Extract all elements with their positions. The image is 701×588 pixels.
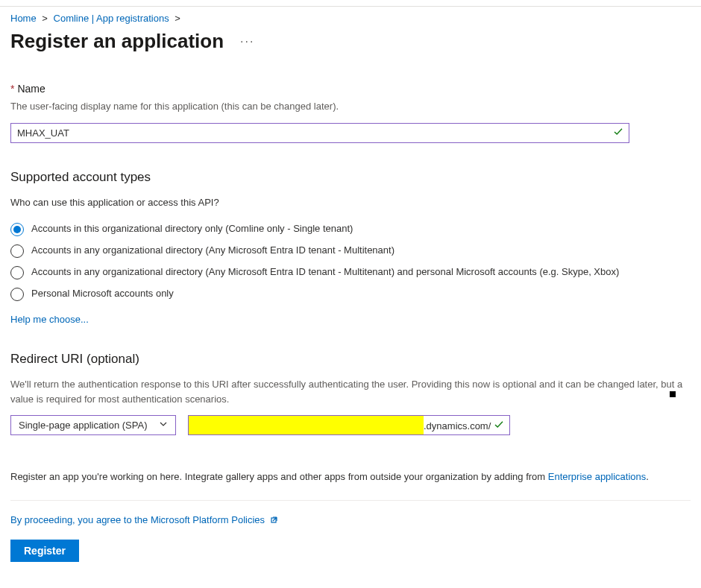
account-types-question: Who can use this application or access t… bbox=[10, 195, 691, 210]
radio-label: Personal Microsoft accounts only bbox=[31, 287, 174, 300]
platform-policies-link[interactable]: Microsoft Platform Policies bbox=[151, 514, 265, 525]
radio-label: Accounts in any organizational directory… bbox=[31, 244, 394, 257]
more-actions-icon[interactable]: ··· bbox=[236, 34, 259, 50]
name-input[interactable] bbox=[10, 123, 629, 143]
help-me-choose-link[interactable]: Help me choose... bbox=[10, 314, 89, 325]
redirect-uri-heading: Redirect URI (optional) bbox=[10, 352, 691, 367]
chevron-down-icon bbox=[159, 420, 168, 431]
redirect-uri-input[interactable] bbox=[188, 415, 510, 435]
breadcrumb-home[interactable]: Home bbox=[10, 13, 37, 24]
resize-handle-icon bbox=[670, 391, 676, 397]
name-label: *Name bbox=[10, 83, 691, 95]
platform-select[interactable]: Single-page application (SPA) bbox=[10, 415, 176, 435]
redirect-uri-help: We'll return the authentication response… bbox=[10, 377, 691, 406]
chevron-right-icon: > bbox=[39, 13, 51, 24]
radio-label: Accounts in this organizational director… bbox=[31, 222, 353, 235]
name-help-text: The user-facing display name for this ap… bbox=[10, 99, 691, 114]
account-types-radio-group: Accounts in this organizational director… bbox=[10, 218, 691, 305]
register-button[interactable]: Register bbox=[10, 540, 79, 562]
radio-icon bbox=[10, 223, 24, 236]
enterprise-applications-link[interactable]: Enterprise applications bbox=[548, 471, 647, 482]
radio-single-tenant[interactable]: Accounts in this organizational director… bbox=[10, 218, 691, 240]
radio-label: Accounts in any organizational directory… bbox=[31, 265, 619, 279]
chevron-right-icon: > bbox=[172, 13, 183, 24]
page-title: Register an application bbox=[10, 30, 224, 53]
radio-icon bbox=[10, 288, 24, 301]
radio-multitenant-personal[interactable]: Accounts in any organizational directory… bbox=[10, 262, 691, 283]
radio-icon bbox=[10, 244, 24, 258]
external-link-icon bbox=[271, 515, 280, 526]
platform-selected-value: Single-page application (SPA) bbox=[19, 420, 147, 431]
breadcrumb-app-registrations[interactable]: Comline | App registrations bbox=[54, 13, 169, 24]
account-types-heading: Supported account types bbox=[10, 170, 691, 185]
required-asterisk: * bbox=[10, 83, 14, 95]
policy-agreement: By proceeding, you agree to the Microsof… bbox=[10, 514, 691, 526]
divider bbox=[10, 500, 691, 501]
breadcrumb: Home > Comline | App registrations > bbox=[10, 11, 691, 30]
radio-multitenant[interactable]: Accounts in any organizational directory… bbox=[10, 240, 691, 262]
radio-icon bbox=[10, 266, 24, 279]
gallery-apps-note: Register an app you're working on here. … bbox=[10, 471, 691, 482]
radio-personal-only[interactable]: Personal Microsoft accounts only bbox=[10, 283, 691, 305]
